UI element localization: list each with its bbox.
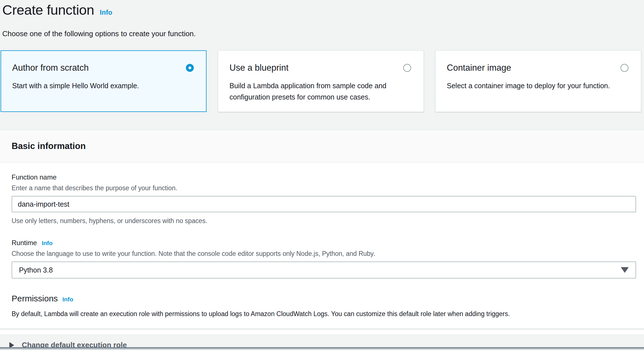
function-name-constraint: Use only letters, numbers, hyphens, or u… [12, 217, 636, 225]
function-name-label: Function name [12, 173, 57, 181]
card-description: Start with a simple Hello World example. [12, 80, 194, 91]
runtime-info-link[interactable]: Info [42, 240, 52, 247]
card-use-a-blueprint[interactable]: Use a blueprint Build a Lambda applicati… [218, 50, 424, 112]
card-title: Author from scratch [12, 62, 89, 73]
section-divider [0, 328, 644, 330]
radio-unselected-icon[interactable] [621, 64, 628, 72]
permissions-heading: Permissions [12, 294, 58, 303]
runtime-selected-value: Python 3.8 [19, 266, 53, 274]
card-title: Container image [447, 62, 511, 73]
card-author-from-scratch[interactable]: Author from scratch Start with a simple … [1, 50, 207, 112]
card-container-image[interactable]: Container image Select a container image… [435, 50, 641, 112]
runtime-description: Choose the language to use to write your… [12, 249, 636, 258]
permissions-section: Permissions Info By default, Lambda will… [12, 294, 636, 318]
card-description: Build a Lambda application from sample c… [229, 80, 411, 103]
runtime-label: Runtime [12, 239, 37, 247]
page-title: Create function [2, 2, 94, 18]
card-title: Use a blueprint [229, 62, 289, 73]
bottom-gutter [0, 349, 644, 350]
panel-header: Basic information [0, 130, 644, 163]
radio-selected-icon[interactable] [186, 64, 194, 72]
creation-option-cards: Author from scratch Start with a simple … [1, 50, 644, 112]
page-header: Create function Info Choose one of the f… [0, 0, 644, 38]
runtime-select[interactable]: Python 3.8 [12, 262, 636, 278]
basic-information-heading: Basic information [12, 141, 86, 151]
function-name-group: Function name Enter a name that describe… [12, 173, 636, 225]
permissions-info-link[interactable]: Info [62, 296, 73, 303]
page-title-info-link[interactable]: Info [100, 8, 112, 16]
radio-unselected-icon[interactable] [403, 64, 411, 72]
caret-down-icon [621, 267, 629, 273]
function-name-description: Enter a name that describes the purpose … [12, 184, 636, 192]
permissions-description: By default, Lambda will create an execut… [12, 310, 636, 318]
basic-information-panel: Basic information Function name Enter a … [0, 130, 644, 334]
runtime-group: Runtime Info Choose the language to use … [12, 239, 636, 278]
function-name-input[interactable] [12, 196, 636, 212]
page-subtitle: Choose one of the following options to c… [2, 29, 644, 38]
card-description: Select a container image to deploy for y… [447, 80, 628, 91]
